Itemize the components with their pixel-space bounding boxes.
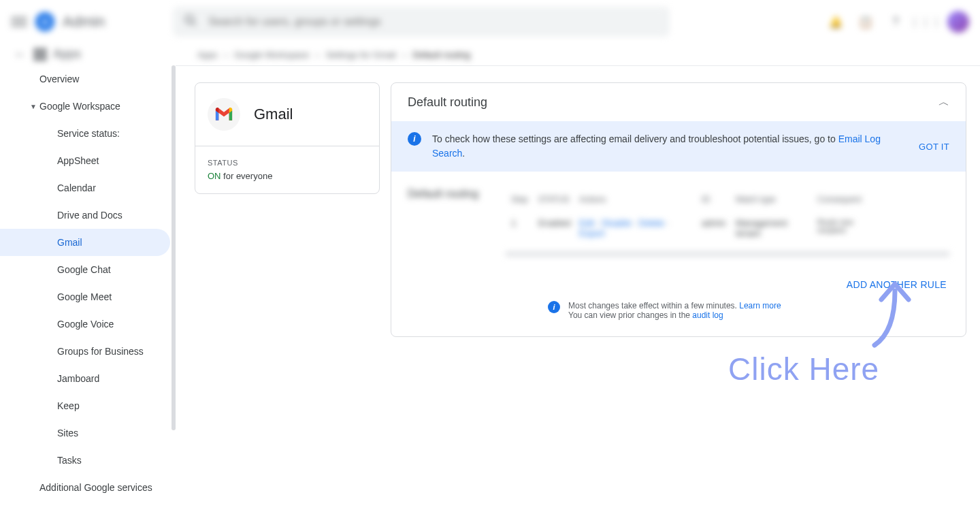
sidebar-item-meet[interactable]: Google Meet [0, 283, 170, 310]
sidebar-item-groups[interactable]: Groups for Business [0, 338, 170, 365]
main-layout: Overview ▼ Google Workspace Service stat… [0, 65, 980, 512]
caret-down-icon: ▼ [30, 103, 37, 110]
info-icon: i [408, 132, 421, 146]
app-title: Gmail [254, 106, 293, 123]
footer-info: i Most changes take effect within a few … [391, 295, 966, 336]
crumb: Default routing [412, 50, 470, 60]
panel-title: Default routing [408, 95, 487, 110]
panel-header[interactable]: Default routing ︿ [391, 83, 966, 121]
sidebar-item-jamboard[interactable]: Jamboard [0, 365, 170, 392]
sidebar-item-google-workspace[interactable]: ▼ Google Workspace [0, 93, 170, 120]
status-value: ON for everyone [208, 171, 367, 181]
crumb[interactable]: Settings for Gmail [326, 50, 396, 60]
avatar[interactable] [947, 11, 969, 33]
search-input[interactable] [208, 16, 659, 28]
product-name: Admin [63, 13, 105, 31]
crumb[interactable]: Google Workspace [234, 50, 309, 60]
topbar: ⚙ Admin 🔔 📋 ? ⋮⋮⋮ [0, 0, 980, 44]
help-icon[interactable]: ? [887, 14, 904, 30]
sidebar-item-voice[interactable]: Google Voice [0, 310, 170, 338]
chevron-up-icon: ︿ [938, 95, 949, 110]
sidebar-item-tasks[interactable]: Tasks [0, 447, 170, 474]
sidebar-item-drive[interactable]: Drive and Docs [0, 202, 170, 229]
info-icon: i [548, 301, 560, 313]
app-card: Gmail STATUS ON for everyone [195, 82, 380, 194]
apps-grid-icon[interactable]: ⋮⋮⋮ [917, 14, 934, 30]
audit-log-link[interactable]: audit log [692, 310, 723, 320]
status-label: STATUS [208, 159, 367, 167]
tasks-icon[interactable]: 📋 [858, 14, 874, 30]
sidebar-item-calendar[interactable]: Calendar [0, 174, 170, 202]
crumb[interactable]: Apps [197, 50, 218, 60]
admin-logo-icon: ⚙ [35, 12, 54, 31]
hamburger-menu-icon[interactable] [11, 14, 27, 30]
sidebar-item-sites[interactable]: Sites [0, 419, 170, 447]
rules-area: Default routing Step STATUS Actions ID M… [391, 172, 966, 272]
got-it-button[interactable]: GOT IT [919, 142, 949, 152]
sidebar-item-gmail[interactable]: Gmail [0, 229, 170, 256]
gmail-icon [208, 98, 240, 131]
notifications-icon[interactable]: 🔔 [828, 14, 844, 30]
search-box[interactable] [173, 7, 670, 37]
sidebar-item-overview[interactable]: Overview [0, 65, 170, 93]
info-banner: i To check how these settings are affect… [391, 121, 966, 172]
settings-panel: Default routing ︿ i To check how these s… [391, 82, 966, 337]
sidebar-item-appsheet[interactable]: AppSheet [0, 147, 170, 174]
sidebar-item-chat[interactable]: Google Chat [0, 256, 170, 283]
sidebar-item-keep[interactable]: Keep [0, 392, 170, 419]
sidebar-item-service-status[interactable]: Service status: [0, 120, 170, 147]
svg-point-0 [186, 16, 194, 24]
rules-table: Step STATUS Actions ID Match type Conseq… [506, 188, 949, 256]
breadcrumb: Apps › Google Workspace › Settings for G… [0, 44, 980, 65]
svg-line-1 [193, 22, 196, 26]
learn-more-link[interactable]: Learn more [739, 301, 781, 310]
search-icon [184, 14, 197, 30]
add-another-rule-button[interactable]: ADD ANOTHER RULE [391, 272, 966, 295]
info-text: To check how these settings are affectin… [432, 132, 908, 161]
table-row[interactable]: 1 Enabled Edit · Disable · Delete · Expo… [506, 211, 949, 245]
sidebar: Overview ▼ Google Workspace Service stat… [0, 65, 176, 512]
section-label: Default routing [408, 188, 478, 256]
content: Gmail STATUS ON for everyone Default rou… [176, 65, 980, 512]
sidebar-item-additional[interactable]: Additional Google services [0, 474, 170, 501]
